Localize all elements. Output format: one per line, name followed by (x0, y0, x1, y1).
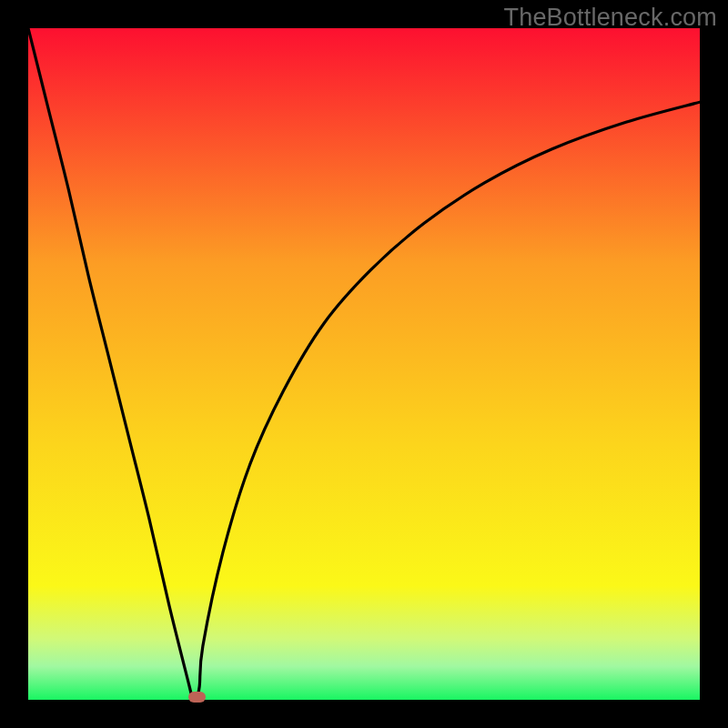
watermark-text: TheBottleneck.com (503, 4, 717, 32)
minimum-marker (188, 692, 206, 703)
plot-svg (28, 28, 700, 700)
plot-area (28, 28, 700, 700)
gradient-background (28, 28, 700, 700)
